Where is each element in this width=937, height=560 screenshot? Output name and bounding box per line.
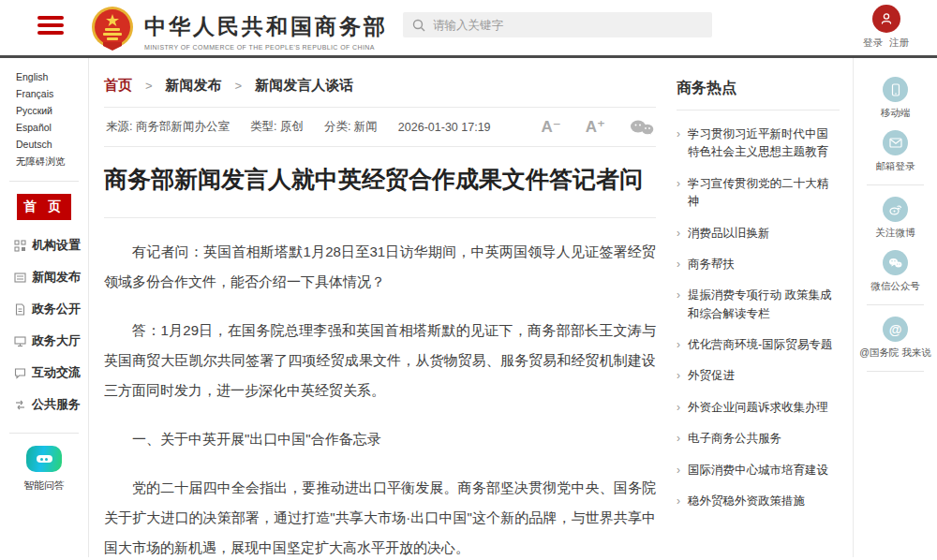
ai-qa-widget[interactable]: 智能问答 [0, 446, 88, 493]
chevron-right-icon: › [677, 430, 680, 448]
hot-topic-item[interactable]: ›外资企业问题诉求收集办理 [677, 399, 840, 417]
public-service-icon [14, 399, 26, 411]
font-decrease-button[interactable]: A⁻ [542, 117, 561, 137]
hot-topic-label: 学习宣传贯彻党的二十大精神 [688, 175, 840, 212]
user-avatar-icon[interactable] [872, 5, 900, 33]
national-emblem-logo [90, 5, 135, 57]
sidebar-item-label: 机构设置 [32, 237, 81, 254]
rail-label: 邮箱登录 [854, 160, 937, 173]
content-area: English Français Русский Español Deutsch… [0, 58, 937, 557]
lang-espanol[interactable]: Español [16, 122, 52, 133]
document-icon [14, 303, 26, 316]
hot-topic-label: 学习贯彻习近平新时代中国特色社会主义思想主题教育 [688, 125, 840, 162]
sidebar-item-news[interactable]: 新闻发布 [0, 261, 88, 293]
ai-robot-icon[interactable] [26, 446, 62, 472]
state-council-voice-link[interactable]: @ @国务院 我来说 [854, 317, 937, 360]
hot-topic-item[interactable]: ›学习宣传贯彻党的二十大精神 [677, 175, 840, 212]
chevron-right-icon: › [677, 125, 680, 162]
search-bar[interactable] [403, 12, 712, 37]
meta-datetime: 2026-01-30 17:19 [398, 121, 491, 134]
hot-topic-item[interactable]: ›外贸促进 [677, 367, 840, 385]
meta-source: 来源: 商务部新闻办公室 [106, 119, 230, 135]
right-rail: 移动端 邮箱登录 关注微博 [853, 58, 937, 557]
wechat-official-link[interactable]: 微信公众号 [854, 250, 937, 293]
chevron-right-icon: › [677, 462, 680, 479]
weibo-link[interactable]: 关注微博 [854, 197, 937, 240]
divider [867, 184, 924, 185]
hamburger-menu-icon[interactable] [37, 16, 64, 38]
chevron-right-icon: › [677, 225, 680, 243]
hot-topic-label: 商务帮扶 [688, 256, 735, 273]
email-login-link[interactable]: 邮箱登录 [854, 130, 937, 173]
hot-topic-label: 消费品以旧换新 [688, 225, 770, 243]
org-grid-icon [14, 240, 26, 252]
site-brand[interactable]: 中华人民共和国商务部 MINISTRY OF COMMERCE OF THE P… [90, 5, 388, 57]
sidebar-item-gov-info[interactable]: 政务公开 [0, 293, 88, 325]
article-paragraph: 党的二十届四中全会指出，要推动进出口平衡发展。商务部坚决贯彻党中央、国务院关于扩… [104, 473, 656, 560]
article-paragraph: 答：1月29日，在国务院总理李强和英国首相塔斯默的见证下，商务部部长王文涛与英国… [104, 316, 656, 405]
lang-russian[interactable]: Русский [16, 105, 52, 116]
hot-topic-item[interactable]: ›稳外贸稳外资政策措施 [677, 493, 840, 510]
chevron-right-icon: › [677, 256, 680, 273]
mobile-app-link[interactable]: 移动端 [854, 77, 937, 120]
hot-topic-item[interactable]: ›商务帮扶 [677, 256, 840, 273]
register-link[interactable]: 注册 [889, 37, 909, 48]
sidebar-item-interaction[interactable]: 互动交流 [0, 357, 88, 389]
ai-qa-label: 智能问答 [0, 479, 88, 493]
hot-topics-list: ›学习贯彻习近平新时代中国特色社会主义思想主题教育 ›学习宣传贯彻党的二十大精神… [677, 125, 840, 510]
sidebar-item-label: 政务大厅 [32, 332, 81, 349]
sidebar-item-service-hall[interactable]: 政务大厅 [0, 325, 88, 357]
newspaper-icon [14, 272, 26, 284]
sidebar-item-label: 公共服务 [32, 396, 81, 413]
breadcrumb-home[interactable]: 首页 [104, 77, 132, 95]
lang-francais[interactable]: Français [16, 88, 53, 99]
article-main: 首页 > 新闻发布 > 新闻发言人谈话 来源: 商务部新闻办公室 类型: 原创 … [89, 58, 665, 557]
breadcrumb-news[interactable]: 新闻发布 [166, 77, 222, 95]
divider [9, 181, 79, 182]
rail-label: 关注微博 [854, 227, 937, 240]
article-body: 有记者问：英国首相斯塔默1月28日至31日访华期间，中英两国领导人见证签署经贸领… [104, 237, 656, 560]
at-icon: @ [883, 317, 908, 342]
chevron-right-icon: › [677, 399, 680, 417]
login-link[interactable]: 登录 [863, 37, 883, 48]
accessibility-link[interactable]: 无障碍浏览 [16, 155, 66, 169]
chevron-right-icon: › [677, 493, 680, 510]
divider [867, 304, 924, 305]
sidebar-item-public-service[interactable]: 公共服务 [0, 389, 88, 420]
sidebar-item-orgs[interactable]: 机构设置 [0, 229, 88, 261]
meta-category: 分类: 新闻 [324, 119, 378, 135]
rail-label: 微信公众号 [854, 280, 937, 293]
chevron-right-icon: › [677, 367, 680, 385]
search-input[interactable] [433, 19, 703, 32]
breadcrumb: 首页 > 新闻发布 > 新闻发言人谈话 [104, 77, 656, 95]
sidebar-item-label: 政务公开 [32, 301, 81, 317]
meta-type: 类型: 原创 [250, 119, 304, 135]
breadcrumb-separator: > [235, 79, 243, 93]
search-icon [412, 19, 425, 32]
chat-icon [14, 367, 26, 379]
lang-english[interactable]: English [16, 71, 48, 82]
user-area: 登录 注册 [861, 5, 911, 50]
lang-deutsch[interactable]: Deutsch [16, 139, 52, 150]
hot-topic-item[interactable]: ›优化营商环境-国际贸易专题 [677, 336, 840, 354]
service-hall-icon [14, 335, 26, 347]
site-title: 中华人民共和国商务部 [144, 12, 388, 41]
hot-topic-item[interactable]: ›学习贯彻习近平新时代中国特色社会主义思想主题教育 [677, 125, 840, 162]
hot-topic-label: 电子商务公共服务 [688, 430, 781, 448]
hot-topics-title: 商务热点 [677, 79, 840, 98]
article-meta: 来源: 商务部新闻办公室 类型: 原创 分类: 新闻 2026-01-30 17… [104, 108, 656, 146]
breadcrumb-separator: > [145, 79, 153, 93]
wechat-share-icon[interactable] [630, 119, 654, 136]
home-button[interactable]: 首 页 [17, 194, 71, 220]
hot-topic-label: 外资企业问题诉求收集办理 [688, 399, 828, 417]
site-subtitle: MINISTRY OF COMMERCE OF THE PEOPLE'S REP… [144, 44, 388, 51]
font-increase-button[interactable]: A⁺ [586, 117, 605, 137]
hot-topic-item[interactable]: ›国际消费中心城市培育建设 [677, 462, 840, 479]
rail-label: 移动端 [854, 107, 937, 120]
hot-topic-item[interactable]: ›提振消费专项行动 政策集成和综合解读专栏 [677, 287, 840, 323]
hot-topic-item[interactable]: ›电子商务公共服务 [677, 430, 840, 448]
breadcrumb-current[interactable]: 新闻发言人谈话 [255, 77, 353, 95]
left-sidebar: English Français Русский Español Deutsch… [0, 58, 89, 557]
hot-topic-item[interactable]: ›消费品以旧换新 [677, 225, 840, 243]
divider [104, 146, 656, 147]
